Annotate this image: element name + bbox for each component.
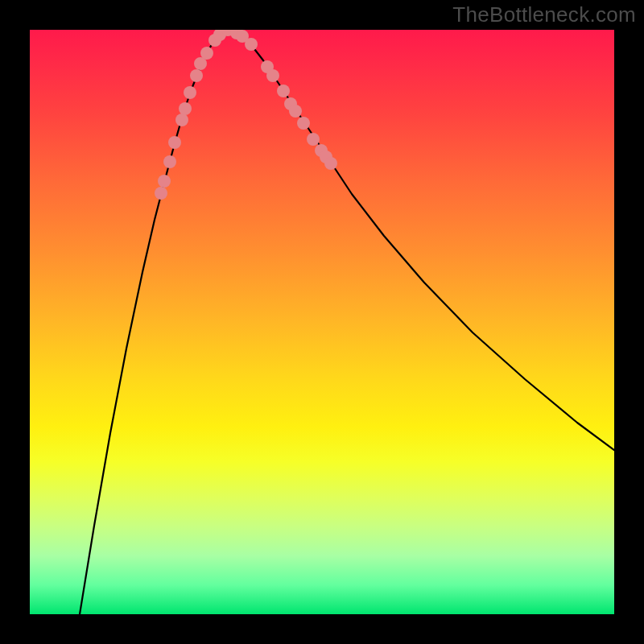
data-marker — [190, 69, 203, 82]
data-marker — [155, 187, 167, 200]
data-marker — [289, 105, 302, 118]
plot-area — [30, 30, 614, 614]
data-marker — [277, 85, 290, 97]
curve-group — [80, 30, 614, 614]
data-marker — [200, 47, 213, 60]
bottleneck-curve — [80, 30, 614, 614]
data-marker — [324, 157, 337, 170]
data-marker — [297, 117, 310, 130]
data-marker — [307, 133, 320, 146]
data-marker — [266, 69, 279, 82]
data-marker — [163, 155, 176, 168]
data-marker — [168, 136, 181, 149]
data-marker — [175, 114, 188, 126]
data-marker — [158, 175, 171, 188]
marker-group — [155, 30, 337, 200]
data-marker — [184, 86, 196, 99]
chart-frame: TheBottleneck.com — [0, 0, 644, 644]
watermark-text: TheBottleneck.com — [452, 2, 636, 27]
bottleneck-curve-svg — [30, 30, 614, 614]
data-marker — [179, 102, 192, 115]
data-marker — [245, 38, 258, 51]
